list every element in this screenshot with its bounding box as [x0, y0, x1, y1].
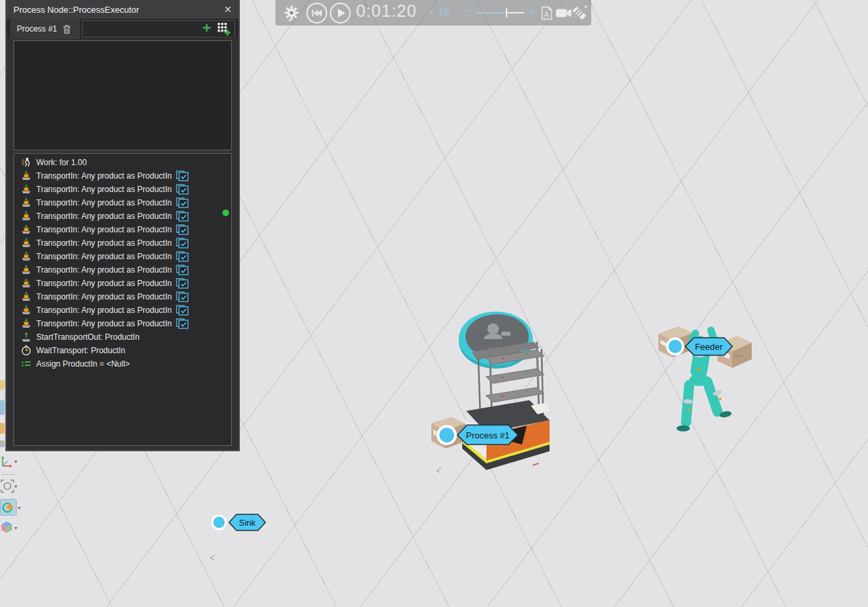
statement-row[interactable]: TransportIn: Any product as ProductIn [14, 263, 231, 277]
occluded-icon-sliver [0, 400, 5, 415]
statement-text: TransportIn: Any product as ProductIn [36, 185, 172, 194]
axes-tool-button[interactable]: ▼ [0, 454, 23, 471]
speed-slider-handle[interactable] [506, 8, 507, 17]
occluded-icon-sliver [0, 380, 5, 389]
tab-process-1[interactable]: Process #1 [10, 19, 80, 39]
checkbox-icon[interactable] [176, 305, 189, 316]
statement-row[interactable]: TransportIn: Any product as ProductIn [14, 196, 231, 209]
transport-in-icon [21, 278, 32, 289]
checkbox-icon[interactable] [176, 197, 189, 208]
speed-decrease-button[interactable]: − [466, 5, 473, 18]
statement-text: WaitTransport: ProductIn [36, 346, 126, 355]
transport-out-icon [21, 332, 32, 342]
statement-row[interactable]: TransportIn: Any product as ProductIn [14, 183, 231, 196]
statement-row[interactable]: TransportIn: Any product as ProductIn [14, 236, 231, 250]
svg-text:Sink: Sink [239, 518, 256, 528]
trash-icon[interactable] [62, 24, 71, 34]
statement-list: Work: for 1.00 TransportIn: Any product … [13, 153, 232, 446]
statement-text: TransportIn: Any product as ProductIn [36, 198, 172, 207]
checkbox-icon[interactable] [176, 184, 189, 195]
transport-in-icon [21, 197, 32, 208]
statement-row[interactable]: TransportIn: Any product as ProductIn [14, 209, 231, 223]
speed-slider-track[interactable] [477, 12, 506, 13]
geometry-tool-button[interactable]: ▼ [0, 520, 23, 538]
process-tab-bar: Process #1 + [7, 19, 238, 39]
checkbox-icon[interactable] [176, 265, 189, 275]
red-axis-marker [533, 463, 539, 465]
statement-text: Work: for 1.00 [36, 158, 87, 167]
gear-caret-icon[interactable]: ▼ [288, 18, 292, 23]
occluded-icon-sliver [0, 423, 5, 434]
statement-row[interactable]: TransportIn: Any product as ProductIn [14, 277, 231, 290]
panel-title: Process Node::ProcessExecutor [13, 5, 139, 15]
statement-row[interactable]: WaitTransport: ProductIn [14, 344, 231, 357]
transport-in-icon [21, 238, 32, 248]
statement-row[interactable]: Work: for 1.00 [14, 156, 231, 169]
statement-row[interactable]: TransportIn: Any product as ProductIn [14, 250, 231, 263]
pdf-export-icon[interactable]: A [540, 6, 554, 20]
tab-strip-area: + [82, 20, 235, 38]
node-tag-feeder[interactable]: Feeder [666, 338, 733, 356]
checkbox-icon[interactable] [176, 318, 189, 329]
dropdown-caret-icon[interactable]: ▼ [13, 459, 18, 464]
statement-row[interactable]: TransportIn: Any product as ProductIn [14, 290, 231, 304]
statement-text: TransportIn: Any product as ProductIn [36, 319, 172, 328]
statement-text: TransportIn: Any product as ProductIn [36, 292, 172, 301]
statement-row[interactable]: TransportIn: Any product as ProductIn [14, 304, 231, 317]
transport-in-icon [21, 305, 32, 316]
statement-text: TransportIn: Any product as ProductIn [36, 279, 172, 288]
statement-row[interactable]: StartTransportOut: ProductIn [14, 330, 231, 344]
statement-text: TransportIn: Any product as ProductIn [36, 265, 172, 275]
speed-value[interactable]: 10 [438, 6, 449, 17]
speed-increase-button[interactable]: + [528, 5, 535, 18]
speed-slider-track-right[interactable] [507, 12, 524, 13]
statement-text: TransportIn: Any product as ProductIn [36, 171, 172, 181]
pnp-tool-button[interactable]: ▼ [0, 499, 23, 518]
checkbox-icon[interactable] [176, 251, 189, 262]
checkbox-icon[interactable] [176, 224, 189, 235]
dropdown-caret-icon[interactable]: ▼ [13, 484, 18, 489]
transport-in-icon [21, 184, 32, 195]
render-caret-icon[interactable]: ▼ [583, 4, 589, 10]
checkbox-icon[interactable] [176, 278, 189, 289]
speed-multiplier-label: x [429, 8, 433, 16]
checkbox-icon[interactable] [176, 171, 189, 181]
floor-marker [210, 467, 441, 560]
statement-row[interactable]: TransportIn: Any product as ProductIn [14, 317, 231, 330]
transport-in-icon [21, 318, 32, 329]
occluded-icon-sliver [0, 440, 5, 447]
statement-row[interactable]: TransportIn: Any product as ProductIn [14, 169, 231, 183]
toolbar-divider [1, 474, 15, 475]
play-icon[interactable] [329, 2, 351, 24]
checkbox-icon[interactable] [176, 291, 189, 302]
select-tool-button[interactable]: ▼ [0, 479, 23, 496]
dropdown-caret-icon[interactable]: ▼ [13, 526, 18, 530]
statement-text: TransportIn: Any product as ProductIn [36, 212, 172, 221]
panel-titlebar: Process Node::ProcessExecutor ✕ [7, 0, 238, 19]
statement-text: TransportIn: Any product as ProductIn [36, 238, 172, 248]
add-grid-icon[interactable] [217, 22, 231, 36]
statement-row[interactable]: TransportIn: Any product as ProductIn [14, 223, 231, 236]
flow-canvas[interactable] [13, 40, 232, 150]
cube-icon [0, 520, 13, 534]
statement-text: TransportIn: Any product as ProductIn [36, 252, 172, 261]
add-icon[interactable]: + [202, 21, 211, 36]
svg-text:A: A [544, 11, 549, 18]
rewind-icon[interactable] [306, 2, 328, 24]
checkbox-icon[interactable] [176, 211, 189, 222]
transport-in-icon [21, 211, 32, 222]
statement-row[interactable]: Assign ProductIn = <Null> [14, 357, 231, 371]
statement-text: TransportIn: Any product as ProductIn [36, 225, 172, 234]
execution-indicator-dot [222, 209, 229, 216]
close-icon[interactable]: ✕ [224, 5, 232, 14]
dropdown-caret-icon[interactable]: ▼ [17, 506, 21, 510]
node-tag-sink[interactable]: Sink [212, 514, 266, 530]
transport-in-icon [21, 224, 32, 235]
work-icon [21, 157, 32, 168]
svg-text:Feeder: Feeder [695, 342, 723, 352]
checkbox-icon[interactable] [176, 238, 189, 248]
transport-in-icon [21, 265, 32, 275]
node-tag-process[interactable]: Process #1 [437, 425, 518, 445]
video-record-icon[interactable] [556, 7, 572, 19]
mobile-robot-3d[interactable] [431, 312, 550, 470]
